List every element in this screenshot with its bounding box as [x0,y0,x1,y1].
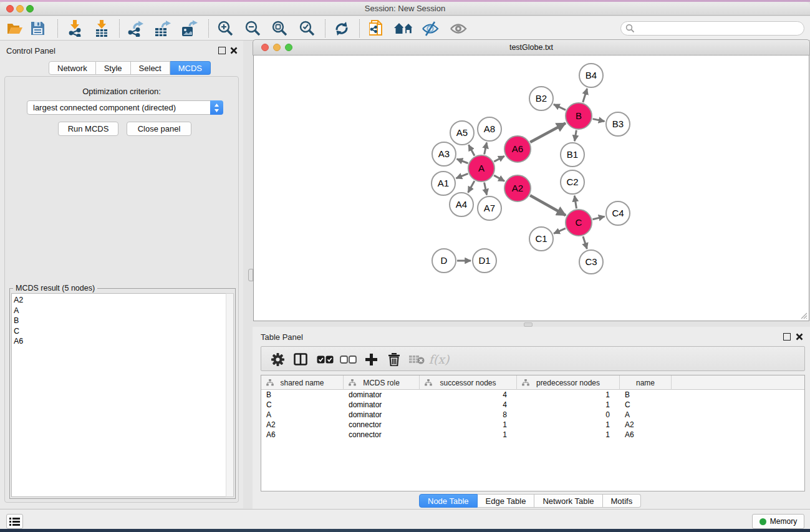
edge-B-B1[interactable] [575,130,577,142]
memory-button[interactable]: Memory [752,514,804,529]
edge-A-A5[interactable] [469,145,475,155]
delete-columns-trash-icon[interactable] [384,349,404,369]
new-network-file-icon[interactable] [365,18,388,39]
graph-node-D[interactable]: D [432,249,456,273]
table-row[interactable]: Cdominator41C [261,400,804,410]
network-canvas[interactable]: B4B2BB3A5A8A6B1A3AA1C2A2A4A7C4CC1C3DD1 [253,56,809,321]
apply-layout-icon[interactable] [330,18,353,39]
graph-node-C1[interactable]: C1 [529,227,553,251]
tab-motifs[interactable]: Motifs [603,494,642,508]
save-session-icon[interactable] [26,18,49,39]
edge-A-A3[interactable] [457,159,468,163]
zoom-in-icon[interactable] [214,18,236,39]
tab-mcds[interactable]: MCDS [170,61,211,75]
edge-A-A4[interactable] [468,181,475,193]
result-list-scrollbar[interactable] [226,293,234,497]
mcds-result-item[interactable]: A2 [14,295,226,306]
select-all-columns-icon[interactable] [315,349,335,369]
table-row[interactable]: A2connector11A2 [261,420,804,430]
split-view-icon[interactable] [291,349,311,369]
edge-A2-C[interactable] [530,195,566,215]
resize-grip-icon[interactable] [799,311,808,319]
close-panel-button[interactable]: Close panel [127,122,191,136]
graph-node-B1[interactable]: B1 [561,143,584,167]
graph-node-C3[interactable]: C3 [579,250,603,274]
graph-node-A2[interactable]: A2 [504,175,531,201]
edge-B-B4[interactable] [583,89,587,102]
tab-network[interactable]: Network [49,61,96,75]
table-row[interactable]: Adominator80A [261,410,804,420]
graph-node-B[interactable]: B [566,103,592,129]
mcds-result-item[interactable]: A [14,306,226,316]
export-image-icon[interactable] [178,18,201,39]
import-table-icon[interactable] [90,18,113,39]
close-table-panel-icon[interactable] [796,333,803,341]
mcds-result-item[interactable]: B [14,316,226,326]
edge-C-C3[interactable] [583,236,587,249]
graph-node-A5[interactable]: A5 [450,121,474,145]
zoom-selected-icon[interactable] [296,18,318,39]
graph-node-C[interactable]: C [566,210,592,236]
tab-network-table[interactable]: Network Table [534,494,602,508]
hide-graphics-details-icon[interactable] [419,18,441,39]
task-history-button[interactable] [6,514,23,529]
edge-C-C1[interactable] [554,228,566,233]
graph-node-B3[interactable]: B3 [606,112,630,136]
zoom-fit-icon[interactable] [268,18,291,39]
tab-style[interactable]: Style [96,61,131,75]
graph-node-A1[interactable]: A1 [432,172,455,195]
graph-node-A3[interactable]: A3 [432,142,456,166]
run-mcds-button[interactable]: Run MCDS [58,122,118,136]
graph-node-B4[interactable]: B4 [579,64,603,87]
criterion-dropdown[interactable]: largest connected component (directed) [27,100,223,115]
column-header-shared-name[interactable]: shared name [261,375,344,390]
delete-table-icon[interactable] [407,349,427,369]
float-table-panel-icon[interactable] [783,333,791,341]
table-row[interactable]: Bdominator41B [261,390,804,400]
settings-gear-icon[interactable] [268,349,287,369]
search-input[interactable] [635,23,804,34]
edge-B-B3[interactable] [593,119,605,122]
edge-B-B2[interactable] [554,104,566,110]
float-panel-icon[interactable] [218,47,226,54]
graph-node-B2[interactable]: B2 [529,87,553,110]
home-icon[interactable] [392,18,415,39]
edge-A6-B[interactable] [530,123,566,142]
deselect-all-columns-icon[interactable] [338,349,358,369]
graph-node-C4[interactable]: C4 [606,201,630,225]
mcds-result-item[interactable]: C [14,326,226,337]
column-header-successor-nodes[interactable]: successor nodes [420,375,517,390]
edge-A-A2[interactable] [494,175,504,181]
graph-node-C2[interactable]: C2 [561,170,584,194]
column-header-predecessor-nodes[interactable]: predecessor nodes [517,375,620,390]
mcds-result-item[interactable]: A6 [14,336,226,347]
mcds-result-list[interactable]: A2ABCA6 [11,293,226,497]
column-header-MCDS-role[interactable]: MCDS role [344,375,420,390]
edge-A-A1[interactable] [456,173,468,178]
table-row[interactable]: A6connector11A6 [261,430,804,440]
network-window-titlebar[interactable]: testGlobe.txt [253,39,810,56]
graph-node-A4[interactable]: A4 [450,193,473,216]
graph-node-A6[interactable]: A6 [504,136,531,162]
show-graphics-details-icon[interactable] [447,18,470,39]
zoom-out-icon[interactable] [241,18,264,39]
graph-node-A7[interactable]: A7 [478,196,501,220]
panel-splitter-handle[interactable] [248,269,253,281]
close-panel-icon[interactable] [230,47,238,54]
graph-node-D1[interactable]: D1 [473,249,496,273]
import-network-icon[interactable] [64,18,86,39]
open-session-icon[interactable] [4,18,26,39]
horizontal-splitter-handle[interactable] [524,322,533,327]
tab-node-table[interactable]: Node Table [419,494,478,508]
edge-A-A8[interactable] [485,143,487,155]
tab-edge-table[interactable]: Edge Table [478,494,535,508]
export-network-icon[interactable] [125,18,147,39]
edge-C-C2[interactable] [574,196,576,209]
edge-A-A7[interactable] [485,183,487,195]
create-column-plus-icon[interactable] [361,349,381,369]
edge-C-C4[interactable] [592,216,604,220]
edge-A-A6[interactable] [494,156,504,162]
function-builder-icon[interactable]: f(x) [429,349,449,369]
export-table-icon[interactable] [152,18,174,39]
graph-node-A[interactable]: A [468,155,494,181]
